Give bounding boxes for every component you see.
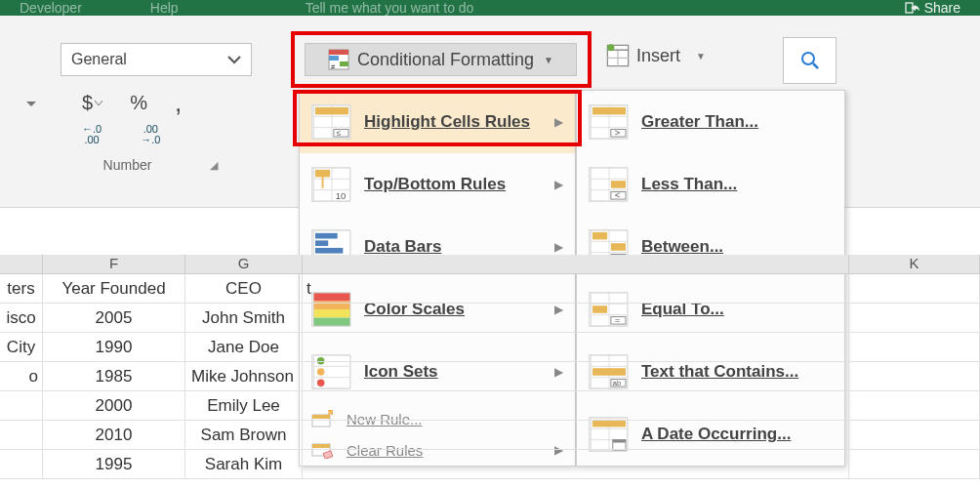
ribbon-tab-help[interactable]: Help [150, 0, 179, 16]
submenu-less-than[interactable]: < Less Than... [577, 153, 844, 216]
svg-rect-4 [340, 61, 348, 66]
svg-rect-3 [329, 56, 339, 61]
share-label: Share [924, 0, 960, 16]
cell[interactable]: t [303, 274, 849, 304]
cell[interactable] [0, 421, 43, 450]
chevron-down-icon: ▼ [696, 51, 706, 61]
svg-rect-2 [329, 50, 348, 55]
table-row[interactable]: 2010 Sam Brown [0, 421, 980, 450]
submenu-arrow-icon: ▶ [554, 115, 563, 129]
submenu-label: Greater Than... [641, 112, 833, 132]
cell[interactable]: 2010 [43, 421, 185, 450]
group-label-number: Number [103, 157, 152, 173]
search-icon [799, 50, 821, 71]
cell[interactable]: isco [0, 304, 43, 333]
share-icon [905, 0, 920, 16]
submenu-arrow-icon: ▶ [554, 240, 563, 254]
cell[interactable]: Mike Johnson [185, 362, 303, 391]
ribbon-tab-developer[interactable]: Developer [20, 0, 82, 16]
decrease-decimal-button[interactable]: .00→.0 [141, 124, 160, 145]
menu-top-bottom-rules[interactable]: 10 Top/Bottom Rules ▶ [300, 153, 575, 216]
cell[interactable]: Sarah Kim [185, 450, 303, 479]
less-than-icon: < [589, 167, 628, 202]
cell[interactable]: 1990 [43, 333, 185, 362]
svg-rect-65 [592, 232, 607, 240]
border-dropdown-icon[interactable] [26, 102, 36, 107]
menu-label: Highlight Cells Rules [364, 112, 541, 132]
svg-rect-28 [315, 240, 328, 246]
dialog-launcher-icon[interactable]: ◢ [210, 159, 218, 172]
cell[interactable]: Year Founded [43, 274, 185, 304]
cell[interactable]: 2005 [43, 304, 185, 333]
svg-rect-66 [611, 243, 626, 251]
tell-me-input[interactable]: Tell me what you want to do [306, 0, 474, 16]
menu-highlight-cells-rules[interactable]: ≤ Highlight Cells Rules ▶ [300, 91, 575, 153]
chevron-down-icon: ▼ [544, 55, 553, 65]
cell[interactable]: John Smith [185, 304, 303, 333]
table-row[interactable]: City 1990 Jane Doe [0, 333, 980, 362]
menu-label: Data Bars [364, 237, 541, 257]
col-header-F[interactable]: F [43, 255, 185, 274]
svg-rect-51 [592, 107, 626, 115]
cell[interactable]: City [0, 333, 43, 362]
search-button[interactable] [783, 37, 837, 84]
svg-text:≠: ≠ [331, 62, 336, 70]
number-format-group: General $ % , ←.0.00 .00→.0 Number ◢ [61, 43, 261, 173]
submenu-arrow-icon: ▶ [554, 178, 563, 191]
cell[interactable]: o [0, 362, 43, 391]
number-format-value: General [71, 51, 127, 68]
cell[interactable]: Sam Brown [185, 421, 303, 450]
col-header-G[interactable]: G [185, 255, 303, 274]
chevron-down-icon [227, 55, 241, 64]
greater-than-icon: > [589, 104, 628, 140]
svg-rect-17 [315, 107, 348, 115]
menu-label: Top/Bottom Rules [364, 175, 541, 194]
top-bottom-icon: 10 [311, 167, 350, 202]
increase-decimal-button[interactable]: ←.0.00 [82, 124, 102, 145]
number-format-select[interactable]: General [61, 43, 252, 76]
cell[interactable] [0, 450, 43, 479]
spreadsheet-grid[interactable]: F G K ters Year Founded CEO t isco 2005 … [0, 255, 980, 479]
highlight-cells-icon: ≤ [311, 104, 350, 140]
svg-rect-29 [315, 248, 343, 254]
cell[interactable]: CEO [185, 274, 303, 304]
accounting-format-button[interactable]: $ [82, 92, 102, 114]
cell[interactable]: 1995 [43, 450, 185, 479]
cell[interactable] [0, 391, 43, 421]
table-row[interactable]: o 1985 Mike Johnson [0, 362, 980, 391]
cell[interactable]: 2000 [43, 391, 185, 421]
svg-text:10: 10 [336, 190, 347, 201]
insert-cells-icon [605, 43, 631, 68]
table-header-row[interactable]: ters Year Founded CEO t [0, 274, 980, 304]
table-row[interactable]: isco 2005 John Smith [0, 304, 980, 333]
svg-rect-27 [315, 233, 338, 239]
conditional-formatting-label: Conditional Formatting [357, 50, 534, 70]
comma-format-button[interactable]: , [175, 98, 182, 107]
submenu-label: Less Than... [641, 175, 833, 194]
svg-text:<: < [615, 189, 621, 200]
table-row[interactable]: 1995 Sarah Kim [0, 450, 980, 479]
cell[interactable]: ters [0, 274, 43, 304]
column-headers[interactable]: F G K [0, 255, 980, 274]
svg-text:≤: ≤ [337, 128, 342, 138]
svg-line-12 [813, 63, 818, 68]
cell[interactable]: 1985 [43, 362, 185, 391]
insert-button[interactable]: Insert [636, 46, 680, 66]
submenu-greater-than[interactable]: > Greater Than... [577, 91, 844, 153]
table-row[interactable]: 2000 Emily Lee [0, 391, 980, 421]
svg-point-11 [802, 53, 814, 64]
svg-point-10 [607, 44, 614, 51]
cell[interactable]: Emily Lee [185, 391, 303, 421]
conditional-formatting-icon: ≠ [328, 49, 349, 70]
svg-text:>: > [615, 127, 621, 138]
percent-format-button[interactable]: % [130, 92, 147, 114]
svg-rect-58 [611, 181, 626, 188]
conditional-formatting-button[interactable]: ≠ Conditional Formatting ▼ [305, 43, 577, 76]
share-button[interactable]: Share [905, 0, 960, 16]
submenu-label: Between... [641, 237, 833, 257]
cell[interactable]: Jane Doe [185, 333, 303, 362]
col-header-K[interactable]: K [849, 255, 980, 274]
